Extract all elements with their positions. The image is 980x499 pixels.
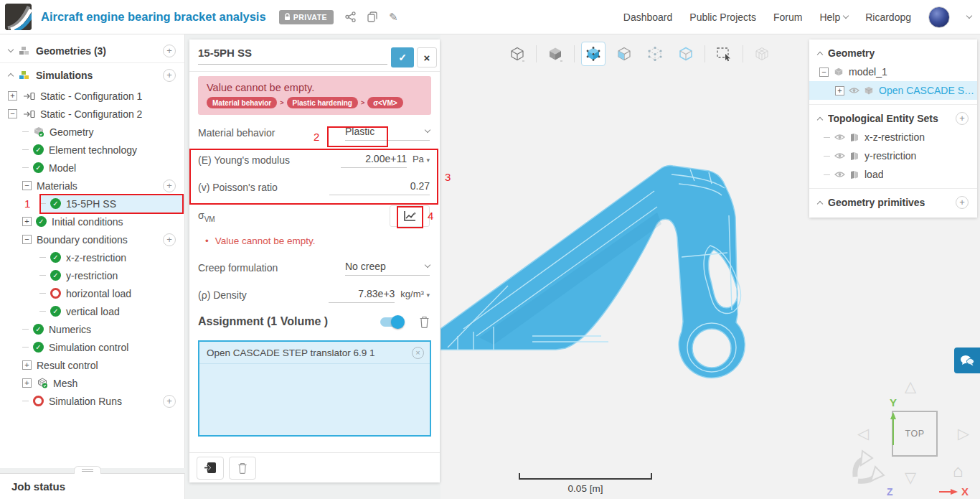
alert-crumb[interactable]: σ<VM>	[367, 97, 403, 108]
check-status-icon: ✓	[50, 306, 61, 317]
add-boundary-condition-button[interactable]: +	[163, 233, 176, 246]
privacy-badge[interactable]: PRIVATE	[279, 10, 334, 24]
scene-item-x-z-restriction[interactable]: x-z-restriction	[809, 128, 977, 146]
sidebar-item-static-configuration-2[interactable]: − Static - Configuration 2	[0, 105, 184, 123]
add-entity-set-button[interactable]: +	[956, 112, 969, 125]
scene-item-y-restriction[interactable]: y-restriction	[809, 146, 977, 165]
scene-item-load[interactable]: load	[809, 165, 977, 184]
alert-crumb[interactable]: Plastic hardening	[287, 97, 358, 108]
copy-icon[interactable]	[367, 11, 377, 22]
nav-help[interactable]: Help	[819, 11, 848, 23]
home-view-icon[interactable]: ⌂	[953, 462, 963, 480]
collapse-icon[interactable]: −	[22, 181, 32, 190]
sidebar-item-horizontal-load[interactable]: horizontal load	[0, 284, 184, 302]
sidebar-item-simulation-control[interactable]: ✓ Simulation control	[0, 338, 184, 356]
sidebar-item-numerics[interactable]: ✓ Numerics	[0, 320, 184, 338]
app-logo-icon[interactable]	[5, 4, 32, 30]
section-label: Topological Entity Sets	[828, 113, 938, 124]
scene-topological-sets-header[interactable]: Topological Entity Sets +	[809, 109, 977, 128]
youngs-modulus-input[interactable]: 2.00e+11	[341, 153, 407, 168]
add-geometry-button[interactable]: +	[163, 45, 176, 57]
sidebar-item-static-configuration-1[interactable]: + Static - Configuration 1	[0, 87, 184, 105]
rotate-up-arrow[interactable]: △	[905, 378, 916, 393]
sidebar-item-geometry[interactable]: Geometry	[0, 123, 184, 141]
expand-icon[interactable]: +	[22, 217, 32, 226]
rotate-down-arrow[interactable]: ▽	[905, 470, 916, 485]
sidebar-item-materials[interactable]: − Materials +	[0, 177, 184, 195]
visibility-eye-icon[interactable]	[849, 87, 859, 94]
alert-crumb[interactable]: Material behavior	[207, 97, 277, 108]
scene-item-model-1[interactable]: − model_1	[809, 62, 977, 81]
add-simulation-button[interactable]: +	[163, 69, 176, 82]
nav-username[interactable]: Ricardopg	[865, 11, 911, 23]
sidebar-item-boundary-conditions[interactable]: − Boundary conditions +	[0, 230, 184, 248]
sidebar-item-initial-conditions[interactable]: +✓ Initial conditions	[0, 213, 184, 230]
material-name-input[interactable]: 15-5PH SS	[198, 47, 387, 65]
sidebar-item-geometries[interactable]: Geometries (3) +	[0, 42, 184, 60]
scale-bar	[519, 473, 652, 480]
support-chat-button[interactable]	[954, 348, 980, 373]
chevron-up-icon[interactable]	[817, 116, 823, 122]
nav-forum[interactable]: Forum	[773, 11, 802, 23]
unit-select[interactable]: kg/m³ ▾	[400, 289, 430, 299]
expand-icon[interactable]: +	[22, 360, 32, 370]
visibility-eye-icon[interactable]	[834, 171, 845, 178]
creep-formulation-select[interactable]: No creep	[345, 261, 430, 276]
collapse-icon[interactable]: −	[8, 109, 17, 118]
unit-select[interactable]: Pa ▾	[413, 154, 430, 164]
job-status-panel[interactable]: Job status	[0, 473, 185, 499]
sidebar-item-element-technology[interactable]: ✓ Element technology	[0, 141, 184, 159]
clear-assignment-trash-icon[interactable]	[419, 316, 430, 328]
sidebar-item-y-restriction[interactable]: ✓ y-restriction	[0, 266, 184, 284]
rotate-left-arrow[interactable]: ◁	[857, 426, 869, 441]
panel-drag-handle[interactable]	[74, 466, 101, 474]
sidebar-item-vertical-load[interactable]: ✓ vertical load	[0, 302, 184, 320]
assignment-selection-box[interactable]: Open CASCADE STEP translator 6.9 1 ×	[198, 340, 431, 437]
sidebar-item-simulation-runs[interactable]: Simulation Runs +	[0, 392, 184, 410]
expand-icon[interactable]: +	[8, 91, 17, 101]
nav-public-projects[interactable]: Public Projects	[689, 11, 756, 23]
orientation-cube[interactable]: TOP	[892, 411, 938, 457]
sidebar-item-material-15-5ph-ss[interactable]: ✓ 15-5PH SS	[0, 195, 184, 213]
assignment-toggle[interactable]	[380, 317, 403, 327]
chevron-down-icon[interactable]	[8, 47, 14, 52]
pick-from-viewer-button[interactable]	[197, 457, 224, 480]
chevron-up-icon[interactable]	[817, 51, 823, 57]
close-button[interactable]: ×	[417, 47, 437, 67]
add-material-button[interactable]: +	[163, 179, 176, 192]
add-geometry-primitive-button[interactable]: +	[956, 196, 969, 209]
sidebar-item-x-z-restriction[interactable]: ✓ x-z-restriction	[0, 248, 184, 266]
sidebar-item-result-control[interactable]: + Result control	[0, 356, 184, 374]
remove-assignment-icon[interactable]: ×	[412, 347, 424, 359]
avatar[interactable]	[928, 6, 950, 28]
collapse-icon[interactable]: −	[22, 235, 32, 244]
add-simulation-run-button[interactable]: +	[163, 395, 176, 408]
visibility-eye-icon[interactable]	[834, 152, 845, 159]
account-chevron-down-icon[interactable]	[966, 13, 972, 19]
scene-item-open-cascade[interactable]: + Open CASCADE STE...	[809, 81, 977, 100]
table-input-chart-button[interactable]	[390, 205, 430, 227]
scene-geometry-header[interactable]: Geometry	[809, 44, 977, 62]
scene-geometry-primitives-header[interactable]: Geometry primitives +	[809, 193, 977, 212]
poisson-ratio-input[interactable]: 0.27	[329, 180, 430, 195]
expand-icon[interactable]: +	[835, 86, 844, 95]
roll-rotate-arrows[interactable]	[848, 449, 885, 485]
chevron-up-icon[interactable]	[8, 73, 14, 79]
field-label: (v) Poisson's ratio	[198, 182, 278, 193]
material-behavior-select[interactable]: Plastic	[345, 126, 430, 141]
select-value: Plastic	[345, 126, 374, 137]
chevron-up-icon[interactable]	[817, 200, 823, 206]
sidebar-item-mesh[interactable]: + Mesh	[0, 374, 184, 392]
apply-button[interactable]: ✓	[391, 47, 414, 67]
sidebar-item-model[interactable]: ✓ Model	[0, 159, 184, 177]
rotate-right-arrow[interactable]: ▷	[958, 426, 969, 441]
rename-pencil-icon[interactable]: ✎	[389, 11, 398, 24]
visibility-eye-icon[interactable]	[834, 134, 845, 141]
share-icon[interactable]	[345, 11, 356, 22]
density-input[interactable]: 7.83e+3	[329, 288, 395, 303]
collapse-icon[interactable]: −	[819, 67, 829, 77]
expand-icon[interactable]: +	[22, 378, 32, 388]
sidebar-item-simulations[interactable]: Simulations +	[0, 66, 184, 84]
clear-selection-button[interactable]	[229, 457, 256, 480]
nav-dashboard[interactable]: Dashboard	[623, 11, 673, 23]
